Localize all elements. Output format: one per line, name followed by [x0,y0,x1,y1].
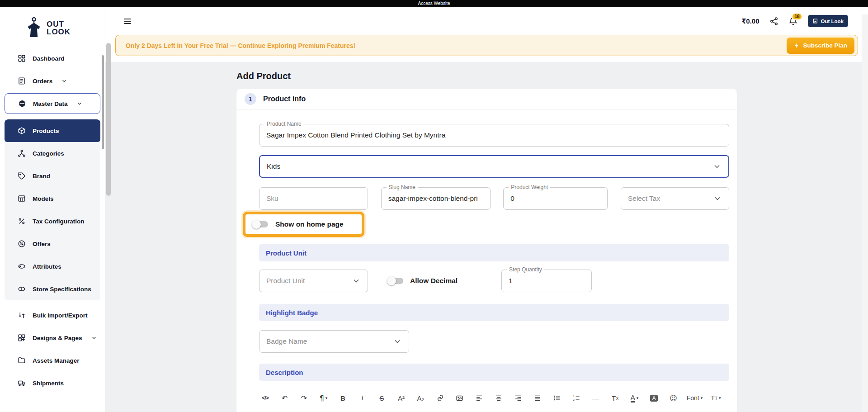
sidebar-item-attributes[interactable]: Attributes [5,255,100,278]
sidebar-item-shipments[interactable]: Shipments [0,372,105,394]
notifications-button[interactable]: 18 [788,16,798,26]
offers-icon [17,240,26,248]
editor-undo-button[interactable]: ↶ [278,391,291,405]
step-title: Product info [263,95,306,103]
main-scrollbar[interactable] [106,43,111,196]
access-website-bar[interactable]: Access Website [0,0,868,7]
topbar-right: ₹0.00 18 [741,15,848,27]
sidebar-item-label: Products [33,128,59,134]
editor-ordered-list-button[interactable]: 12 [570,391,582,405]
sidebar-item-designs-pages[interactable]: Designs & Pages [0,327,105,349]
main-area: ₹0.00 18 [105,7,868,412]
editor-emoji-button[interactable]: ☺ [667,391,679,405]
app-frame: OUT LOOK DashboardOrdersMaster DataProdu… [0,7,868,412]
subscribe-plan-button[interactable]: Subscribe Plan [787,38,854,54]
chevron-down-icon [91,335,97,341]
sidebar-item-label: Brand [33,173,50,180]
sidebar-item-models[interactable]: Models [5,187,100,210]
logo-line-2: LOOK [47,28,71,36]
product-weight-input[interactable] [510,194,600,203]
sidebar-item-store-specifications[interactable]: Store Specifications [5,278,100,300]
sidebar-item-label: Bulk Import/Export [33,312,88,319]
slug-input[interactable] [388,194,483,203]
editor-insert-link-button[interactable] [434,391,446,405]
tax-placeholder: Select Tax [628,194,660,203]
lightning-bolt-icon [794,42,800,49]
sidebar-scrollbar[interactable] [102,55,104,149]
slug-field: Slug Name [381,187,491,210]
models-icon [17,194,26,203]
show-on-home-toggle[interactable] [252,220,268,229]
editor-horizontal-rule-button[interactable]: — [590,391,602,405]
trial-banner: Only 2 Days Left In Your Free Trial — Co… [115,35,858,56]
editor-strikethrough-button[interactable]: S [376,391,388,405]
sidebar-item-bulk-import-export[interactable]: Bulk Import/Export [0,304,105,327]
header-section: ₹0.00 18 [105,7,868,62]
sidebar-item-products[interactable]: Products [5,119,100,142]
sidebar: OUT LOOK DashboardOrdersMaster DataProdu… [0,7,105,412]
badge-name-placeholder: Badge Name [266,337,307,346]
editor-clear-format-button[interactable]: Tx [609,391,621,405]
editor-highlight-color-button[interactable]: A [648,391,660,405]
sidebar-item-label: Assets Manager [33,357,80,364]
trial-banner-message: Only 2 Days Left In Your Free Trial — Co… [126,42,355,49]
editor-align-justify-button[interactable] [531,391,543,405]
sidebar-item-label: Dashboard [33,55,65,62]
master-data-submenu: ProductsCategoriesBrandModelsTax Configu… [5,119,100,300]
assets-manager-icon [17,356,26,365]
step-quantity-input[interactable] [509,277,585,285]
tutorial-highlight-box: Show on home page [243,212,364,237]
sidebar-item-tax-configuration[interactable]: Tax Configuration [5,210,100,232]
tax-select[interactable]: Select Tax [621,187,729,210]
sidebar-item-master-data[interactable]: Master Data [5,93,100,114]
editor-redo-button[interactable]: ↷ [298,391,310,405]
share-button[interactable] [769,17,778,26]
editor-code-view-button[interactable]: </> [259,391,271,405]
badge-name-select[interactable]: Badge Name [259,330,409,353]
editor-font-size-button[interactable]: TT▾ [710,391,722,405]
sidebar-item-label: Shipments [33,380,64,387]
svg-text:2: 2 [573,398,574,401]
step-quantity-label: Step Quantity [507,266,544,273]
sku-input[interactable] [266,194,361,203]
hamburger-menu-icon[interactable] [123,17,132,26]
sidebar-item-offers[interactable]: Offers [5,232,100,255]
sidebar-item-label: Designs & Pages [33,335,82,341]
brand-logo[interactable]: OUT LOOK [0,7,105,47]
subscribe-plan-label: Subscribe Plan [803,42,847,49]
chevron-down-icon [61,78,67,84]
sidebar-item-label: Offers [33,241,51,247]
sidebar-item-categories[interactable]: Categories [5,142,100,165]
editor-align-left-button[interactable] [473,391,485,405]
slug-label: Slug Name [387,184,418,190]
product-name-field: Product Name [259,124,729,147]
editor-align-center-button[interactable] [492,391,505,405]
designs-pages-icon [17,334,26,342]
editor-paragraph-button[interactable]: ¶▾ [317,391,330,405]
sidebar-item-dashboard[interactable]: Dashboard [0,47,105,70]
category-select[interactable]: Kids [259,155,729,178]
product-name-label: Product Name [264,121,304,127]
wallet-balance: ₹0.00 [741,17,760,25]
store-button[interactable]: Out Look [808,15,848,27]
sidebar-item-assets-manager[interactable]: Assets Manager [0,349,105,372]
editor-font-color-button[interactable]: A▾ [628,391,641,405]
editor-align-right-button[interactable] [512,391,524,405]
editor-insert-image-button[interactable] [453,391,466,405]
product-name-input[interactable] [266,131,722,139]
editor-bold-button[interactable]: B [337,391,349,405]
field-row: Slug Name Product Weight Select Tax [259,187,729,210]
editor-italic-button[interactable]: I [356,391,368,405]
product-unit-select[interactable]: Product Unit [259,270,368,292]
sidebar-item-orders[interactable]: Orders [0,70,105,92]
allow-decimal-toggle[interactable] [387,276,403,285]
editor-subscript-button[interactable]: A₂ [415,391,427,405]
editor-font-family-button[interactable]: Font▾ [687,391,703,405]
sidebar-item-brand[interactable]: Brand [5,165,100,187]
topbar: ₹0.00 18 [105,7,868,35]
sidebar-menu: DashboardOrdersMaster DataProductsCatego… [0,47,105,394]
store-specifications-icon [17,285,26,293]
editor-superscript-button[interactable]: A² [395,391,407,405]
editor-unordered-list-button[interactable] [551,391,563,405]
sidebar-item-label: Models [33,195,54,202]
